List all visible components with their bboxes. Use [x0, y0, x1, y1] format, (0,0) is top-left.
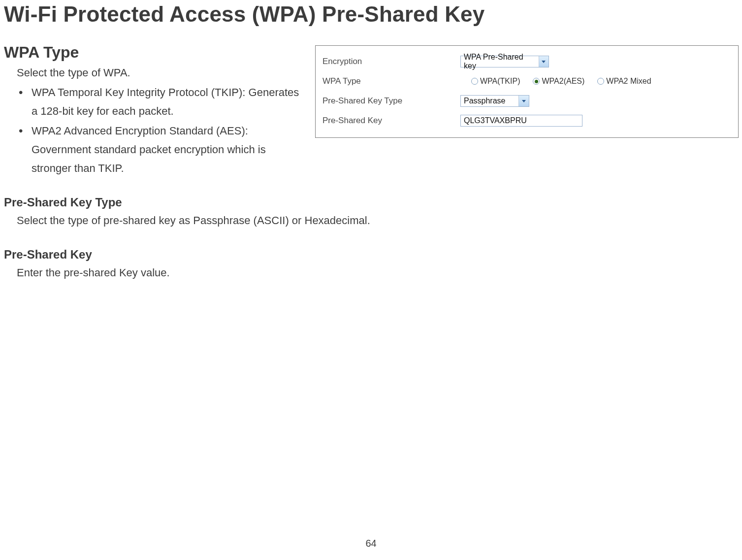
- page-title: Wi-Fi Protected Access (WPA) Pre-Shared …: [4, 0, 738, 27]
- bullet-aes-line2: Government standard packet encryption wh…: [32, 140, 299, 159]
- bullet-aes: WPA2 Advanced Encryption Standard (AES):…: [17, 122, 299, 178]
- heading-psk-type: Pre-Shared Key Type: [4, 196, 299, 209]
- heading-psk: Pre-Shared Key: [4, 248, 299, 262]
- page-number: 64: [0, 538, 742, 549]
- psk-input-value: QLG3TVAXBPRU: [464, 116, 527, 125]
- row-encryption: Encryption WPA Pre-Shared key: [323, 52, 731, 71]
- bullet-tkip-line1: WPA Temporal Key Integrity Protocol (TKI…: [32, 83, 299, 102]
- encryption-select-value: WPA Pre-Shared key: [461, 53, 539, 70]
- radio-icon: [471, 78, 478, 85]
- label-encryption: Encryption: [323, 57, 460, 66]
- psk-type-select[interactable]: Passphrase: [460, 95, 529, 107]
- radio-label-mixed: WPA2 Mixed: [606, 77, 651, 86]
- heading-wpa-type: WPA Type: [4, 43, 299, 62]
- bullet-aes-line1: WPA2 Advanced Encryption Standard (AES):: [32, 122, 299, 140]
- row-psk-type: Pre-Shared Key Type Passphrase: [323, 91, 731, 111]
- row-wpa-type: WPA Type WPA(TKIP) WPA2(AES) WPA2 Mixed: [323, 71, 731, 91]
- radio-icon: [533, 78, 540, 85]
- radio-label-tkip: WPA(TKIP): [480, 77, 520, 86]
- wpa-type-intro: Select the type of WPA.: [17, 64, 299, 82]
- dropdown-icon: [539, 56, 548, 67]
- bullet-aes-line3: stronger than TKIP.: [32, 159, 299, 178]
- bullet-tkip-line2: a 128-bit key for each packet.: [32, 102, 299, 121]
- psk-input[interactable]: QLG3TVAXBPRU: [460, 115, 582, 127]
- psk-type-select-value: Passphrase: [461, 97, 509, 105]
- row-psk: Pre-Shared Key QLG3TVAXBPRU: [323, 111, 731, 131]
- radio-label-aes: WPA2(AES): [542, 77, 584, 86]
- label-psk: Pre-Shared Key: [323, 116, 460, 126]
- psk-body: Enter the pre-shared Key value.: [17, 264, 299, 282]
- dropdown-icon: [518, 96, 529, 106]
- radio-option-tkip[interactable]: WPA(TKIP): [471, 77, 520, 86]
- psk-type-body: Select the type of pre-shared key as Pas…: [17, 211, 460, 230]
- radio-icon: [597, 78, 604, 85]
- radio-option-aes[interactable]: WPA2(AES): [533, 77, 584, 86]
- radio-option-mixed[interactable]: WPA2 Mixed: [597, 77, 651, 86]
- encryption-select[interactable]: WPA Pre-Shared key: [460, 56, 549, 67]
- label-wpa-type: WPA Type: [323, 76, 460, 86]
- settings-panel: Encryption WPA Pre-Shared key WPA Type W…: [315, 45, 739, 138]
- label-psk-type: Pre-Shared Key Type: [323, 96, 460, 106]
- bullet-tkip: WPA Temporal Key Integrity Protocol (TKI…: [17, 83, 299, 121]
